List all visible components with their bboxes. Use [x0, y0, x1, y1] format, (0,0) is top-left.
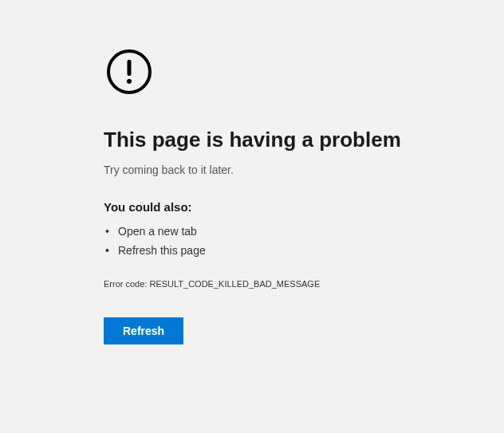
suggestions-list: Open a new tab Refresh this page	[104, 222, 504, 260]
error-code-label: Error code:	[104, 279, 149, 289]
error-subtext: Try coming back to it later.	[104, 163, 504, 176]
refresh-button[interactable]: Refresh	[104, 317, 183, 344]
error-icon	[105, 48, 153, 96]
error-code: Error code: RESULT_CODE_KILLED_BAD_MESSA…	[104, 279, 504, 289]
list-item: Refresh this page	[105, 241, 504, 260]
suggestions-heading: You could also:	[104, 200, 504, 214]
svg-rect-1	[128, 60, 132, 76]
error-heading: This page is having a problem	[104, 128, 504, 152]
svg-point-2	[127, 79, 132, 84]
list-item: Open a new tab	[105, 222, 504, 241]
error-code-value: RESULT_CODE_KILLED_BAD_MESSAGE	[149, 279, 320, 289]
